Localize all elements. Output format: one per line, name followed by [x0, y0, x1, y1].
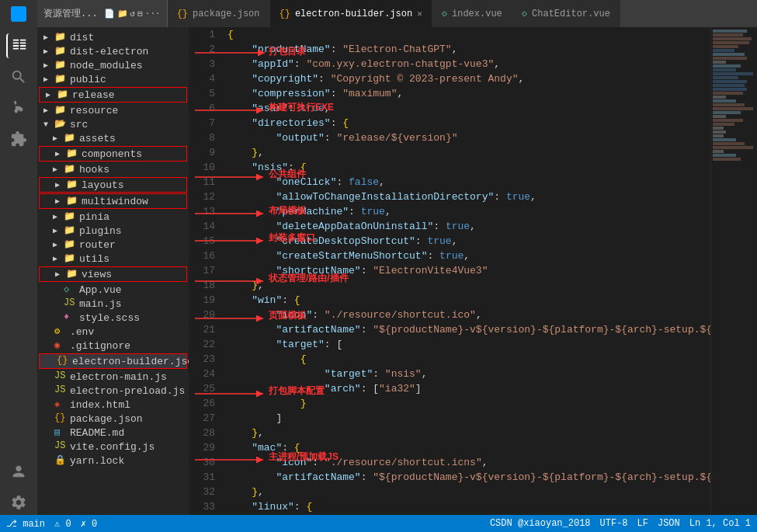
arrow-src: ▼	[43, 120, 54, 129]
encoding[interactable]: UTF-8	[600, 518, 628, 529]
tree-item-hooks[interactable]: ▶ 📁 hooks	[37, 162, 189, 176]
file-icon-electron-main: JS	[54, 370, 67, 383]
tab-electron-builder-json[interactable]: {} electron-builder.json ✕	[270, 0, 432, 27]
tree-item-node-modules[interactable]: ▶ 📁 node_modules	[37, 58, 189, 72]
arrow-components: ▶	[55, 149, 66, 158]
warning-count[interactable]: ✗ 0	[81, 518, 98, 530]
code-line-9: },	[227, 145, 710, 160]
tab-index-vue[interactable]: ◇ index.vue	[432, 0, 512, 27]
main-area: ▶ 📁 dist ▶ 📁 dist-electron ▶ 📁 node_modu…	[0, 27, 757, 515]
code-line-29: "mac": {	[227, 440, 710, 455]
new-file-icon[interactable]: 📄	[104, 9, 115, 19]
tree-item-utils[interactable]: ▶ 📁 utils	[37, 252, 189, 266]
tree-item-index-html[interactable]: ◈ index.html	[37, 398, 189, 412]
folder-icon-plugins: 📁	[64, 224, 76, 237]
tree-item-electron-preload-js[interactable]: JS electron-preload.js	[37, 384, 189, 398]
error-count[interactable]: ⚠ 0	[54, 518, 71, 530]
tree-item-router[interactable]: ▶ 📁 router	[37, 238, 189, 252]
tree-item-multiwindow[interactable]: ▶ 📁 multiwindow	[39, 193, 187, 209]
file-icon-readme: ▤	[54, 426, 67, 439]
tab-close-electron-builder[interactable]: ✕	[417, 9, 422, 19]
tree-item-assets[interactable]: ▶ 📁 assets	[37, 131, 189, 145]
label-hooks: hooks	[79, 164, 109, 176]
label-package-json: package.json	[70, 413, 143, 425]
tree-item-electron-builder-json[interactable]: {} electron-builder.json	[39, 353, 187, 369]
activity-extensions[interactable]	[6, 127, 31, 151]
tree-item-style-scss[interactable]: ♦ style.scss	[37, 311, 189, 325]
label-resource: resource	[70, 105, 118, 116]
tree-item-env[interactable]: ⚙ .env	[37, 325, 189, 339]
code-line-33: "linux": {	[227, 499, 710, 514]
tree-item-gitignore[interactable]: ◉ .gitignore	[37, 339, 189, 353]
new-folder-icon[interactable]: 📁	[117, 9, 128, 19]
code-line-21: "artifactName": "${productName}-v${versi…	[227, 322, 710, 337]
tab-package-json[interactable]: {} package.json	[168, 0, 270, 27]
tree-item-app-vue[interactable]: ◇ App.vue	[37, 283, 189, 297]
file-icon-index-html: ◈	[54, 398, 67, 411]
file-icon-main-js: JS	[64, 297, 76, 310]
tree-item-resource[interactable]: ▶ 📁 resource	[37, 103, 189, 117]
file-icon-electron-preload: JS	[54, 384, 67, 397]
activity-search[interactable]	[6, 64, 31, 89]
tree-item-main-js[interactable]: JS main.js	[37, 297, 189, 311]
tree-item-readme[interactable]: ▤ README.md	[37, 426, 189, 440]
tree-item-plugins[interactable]: ▶ 📁 plugins	[37, 224, 189, 238]
content-area: 打包目录 构建可执行EXE 公共组件	[189, 27, 757, 515]
tab-label-index-vue: index.vue	[452, 9, 502, 19]
more-icon[interactable]: ···	[145, 9, 161, 19]
folder-icon-multiwindow: 📁	[66, 195, 78, 207]
activity-settings[interactable]	[6, 490, 31, 515]
refresh-icon[interactable]: ↺	[130, 9, 136, 19]
folder-icon-src: 📂	[54, 118, 67, 130]
folder-icon-layouts: 📁	[66, 179, 78, 191]
tree-item-dist[interactable]: ▶ 📁 dist	[37, 30, 189, 44]
file-icon-gitignore: ◉	[54, 339, 67, 352]
code-line-27: ]	[227, 411, 710, 426]
activity-account[interactable]	[6, 459, 31, 484]
code-line-22: "target": [	[227, 337, 710, 352]
code-line-28: },	[227, 426, 710, 440]
explorer-actions: 📄 📁 ↺ ⊟ ···	[104, 9, 161, 19]
tree-item-dist-electron[interactable]: ▶ 📁 dist-electron	[37, 44, 189, 58]
file-icon-vite-config: JS	[54, 440, 67, 453]
cursor-position[interactable]: Ln 1, Col 1	[689, 518, 751, 529]
tree-item-vite-config[interactable]: JS vite.config.js	[37, 440, 189, 454]
arrow-assets: ▶	[53, 134, 64, 143]
label-src: src	[70, 119, 88, 130]
language-mode[interactable]: JSON	[658, 518, 680, 529]
tree-item-electron-main-js[interactable]: JS electron-main.js	[37, 370, 189, 384]
git-branch[interactable]: ⎇ main	[6, 518, 45, 530]
folder-icon-resource: 📁	[54, 104, 67, 116]
explorer-tab[interactable]: 资源管理... 📄 📁 ↺ ⊟ ···	[37, 0, 168, 27]
activity-bar	[0, 27, 37, 515]
tree-item-public[interactable]: ▶ 📁 public	[37, 72, 189, 86]
tab-chat-editor-vue[interactable]: ◇ ChatEditor.vue	[512, 0, 620, 27]
code-line-13: "perMachine": true,	[227, 204, 710, 219]
tree-item-pinia[interactable]: ▶ 📁 pinia	[37, 210, 189, 224]
folder-icon-node-modules: 📁	[54, 59, 67, 71]
tree-item-src[interactable]: ▼ 📂 src	[37, 117, 189, 131]
activity-explorer[interactable]	[6, 33, 31, 58]
code-line-25: "arch": ["ia32"]	[227, 381, 710, 396]
label-multiwindow: multiwindow	[82, 196, 148, 207]
editor[interactable]: 12345 678910 1112131415 1617181920 21222…	[189, 27, 710, 515]
tree-item-yarn-lock[interactable]: 🔒 yarn.lock	[37, 454, 189, 468]
label-node-modules: node_modules	[70, 60, 143, 71]
activity-source-control[interactable]	[6, 96, 31, 120]
tab-label-electron-builder: electron-builder.json	[295, 9, 412, 19]
tree-item-components[interactable]: ▶ 📁 components	[39, 146, 187, 162]
code-line-18: },	[227, 278, 710, 293]
code-line-10: "nsis": {	[227, 160, 710, 175]
file-icon-app-vue: ◇	[64, 283, 76, 296]
tree-item-package-json[interactable]: {} package.json	[37, 412, 189, 426]
code-line-34: "icon": "./resource",	[227, 514, 710, 515]
file-icon-electron-builder: {}	[57, 355, 69, 367]
tree-item-views[interactable]: ▶ 📁 views	[39, 266, 187, 282]
tree-item-release[interactable]: ▶ 📁 release	[39, 87, 187, 103]
line-ending[interactable]: LF	[637, 518, 648, 529]
arrow-views: ▶	[55, 269, 66, 279]
code-area[interactable]: { "productName": "Electron-ChatGPT", "ap…	[221, 27, 710, 515]
collapse-icon[interactable]: ⊟	[137, 9, 143, 19]
tree-item-layouts[interactable]: ▶ 📁 layouts	[39, 177, 187, 193]
code-line-23: {	[227, 352, 710, 367]
